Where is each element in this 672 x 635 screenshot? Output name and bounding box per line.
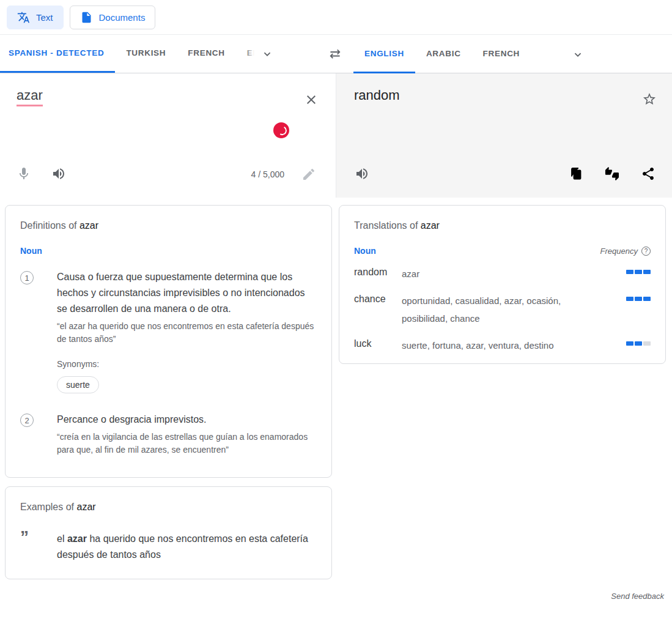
target-text-panel: random: [336, 73, 672, 198]
share-icon: [641, 166, 655, 181]
source-lang-tab-french[interactable]: FRENCH: [177, 35, 235, 73]
microphone-icon: [17, 166, 31, 181]
translation-row: chance oportunidad, casualidad, azar, oc…: [354, 292, 651, 327]
translation-word[interactable]: chance: [354, 292, 402, 306]
synonym-chip[interactable]: suerte: [57, 376, 99, 393]
pencil-icon: [301, 167, 316, 182]
thumbs-up-down-icon: [605, 166, 619, 181]
text-mode-label: Text: [36, 12, 53, 23]
send-feedback-link[interactable]: Send feedback: [611, 592, 664, 601]
translation-word[interactable]: random: [354, 265, 402, 280]
synonyms-label: Synonyms:: [57, 359, 317, 369]
translate-icon: [17, 11, 30, 24]
examples-title-word: azar: [76, 502, 95, 512]
clear-source-button[interactable]: [304, 92, 319, 107]
frequency-segment: [626, 297, 633, 301]
source-more-languages-button[interactable]: [254, 35, 280, 73]
speaker-icon: [355, 166, 369, 181]
translation-row: random azar: [354, 265, 651, 283]
google-translate-app: Text Documents SPANISH - DETECTED TURKIS…: [0, 0, 672, 635]
translations-pos-label: Noun: [354, 246, 376, 256]
frequency-indicator: [626, 270, 651, 274]
definitions-card: Definitions of azar Noun 1 Causa o fuerz…: [5, 205, 332, 478]
translations-card: Translations of azar Noun Frequency ? ra…: [339, 205, 666, 364]
example-item: ” el azar ha querido que nos encontremos…: [20, 531, 317, 563]
translation-word[interactable]: luck: [354, 336, 402, 351]
definition-number: 1: [20, 271, 34, 284]
results-area: Definitions of azar Noun 1 Causa o fuerz…: [0, 198, 672, 635]
frequency-segment: [643, 341, 651, 346]
documents-mode-label: Documents: [99, 12, 146, 23]
frequency-segment: [643, 270, 651, 274]
example-text: el azar ha querido que nos encontremos e…: [57, 531, 317, 563]
frequency-label: Frequency ?: [600, 247, 651, 256]
definitions-title: Definitions of azar: [20, 220, 317, 231]
documents-mode-button[interactable]: Documents: [70, 6, 156, 29]
translations-title: Translations of azar: [354, 220, 651, 231]
source-lang-tab-truncated[interactable]: ENGLISH: [236, 35, 254, 73]
frequency-segment: [643, 297, 651, 301]
extension-badge[interactable]: [273, 122, 289, 138]
chevron-down-icon: [571, 48, 585, 61]
definition-text[interactable]: Percance o desgracia imprevistos.: [57, 412, 317, 428]
frequency-segment: [635, 297, 642, 301]
chevron-down-icon: [260, 47, 274, 61]
definition-item-2: 2 Percance o desgracia imprevistos. “cre…: [20, 412, 317, 456]
microphone-button[interactable]: [17, 166, 31, 181]
frequency-segment: [626, 341, 633, 346]
text-mode-button[interactable]: Text: [7, 6, 64, 29]
translation-row: luck suerte, fortuna, azar, ventura, des…: [354, 336, 651, 354]
translation-values[interactable]: azar: [402, 265, 624, 283]
frequency-segment: [635, 341, 642, 346]
language-bar: SPANISH - DETECTED TURKISH FRENCH ENGLIS…: [0, 35, 672, 73]
target-lang-tab-french[interactable]: FRENCH: [472, 35, 531, 73]
translation-values[interactable]: suerte, fortuna, azar, ventura, destino: [402, 336, 624, 354]
swap-languages-button[interactable]: [325, 44, 345, 65]
translated-text: random: [354, 87, 400, 103]
frequency-segment: [635, 270, 642, 274]
frequency-help-icon[interactable]: ?: [641, 247, 651, 256]
listen-translation-button[interactable]: [355, 166, 369, 181]
rate-translation-button[interactable]: [605, 166, 619, 181]
swap-arrows-icon: [327, 46, 343, 62]
source-text[interactable]: azar: [17, 87, 43, 103]
source-text-panel[interactable]: azar 4 / 5,000: [0, 73, 336, 198]
examples-card: Examples of azar ” el azar ha querido qu…: [5, 486, 332, 579]
share-translation-button[interactable]: [641, 166, 655, 181]
close-icon: [304, 92, 319, 107]
definition-text[interactable]: Causa o fuerza que supuestamente determi…: [57, 269, 317, 317]
translations-header: Noun Frequency ?: [354, 246, 651, 256]
translation-values[interactable]: oportunidad, casualidad, azar, ocasión, …: [402, 292, 624, 327]
star-outline-icon: [642, 92, 657, 106]
target-more-languages-button[interactable]: [565, 35, 591, 73]
definitions-title-word: azar: [79, 220, 98, 231]
copy-translation-button[interactable]: [569, 166, 583, 181]
translation-panels: azar 4 / 5,000 random: [0, 73, 672, 198]
speaker-icon: [51, 166, 66, 181]
source-lang-tab-spanish[interactable]: SPANISH - DETECTED: [0, 35, 115, 73]
document-icon: [80, 11, 93, 24]
definitions-pos-label: Noun: [20, 246, 317, 256]
frequency-indicator: [626, 297, 651, 301]
definition-number: 2: [20, 414, 34, 427]
frequency-segment: [626, 270, 633, 274]
target-lang-tab-arabic[interactable]: ARABIC: [415, 35, 472, 73]
definition-quote: “el azar ha querido que nos encontremos …: [57, 320, 317, 346]
mode-bar: Text Documents: [0, 0, 672, 35]
save-translation-button[interactable]: [642, 92, 657, 106]
examples-title: Examples of azar: [20, 502, 317, 513]
target-lang-tab-english[interactable]: ENGLISH: [353, 35, 415, 73]
source-lang-tab-turkish[interactable]: TURKISH: [115, 35, 177, 73]
copy-icon: [569, 166, 583, 181]
frequency-indicator: [626, 341, 651, 346]
translation-actions: [569, 166, 655, 181]
translations-title-word: azar: [421, 220, 440, 231]
listen-source-button[interactable]: [51, 166, 66, 181]
definition-quote: “creía en la vigilancia de las estrellas…: [57, 431, 317, 456]
target-language-tabs: ENGLISH ARABIC FRENCH: [353, 35, 591, 73]
edit-button[interactable]: [301, 167, 316, 182]
character-count: 4 / 5,000: [251, 169, 285, 179]
definition-item-1: 1 Causa o fuerza que supuestamente deter…: [20, 269, 317, 393]
quote-icon: ”: [20, 531, 34, 563]
